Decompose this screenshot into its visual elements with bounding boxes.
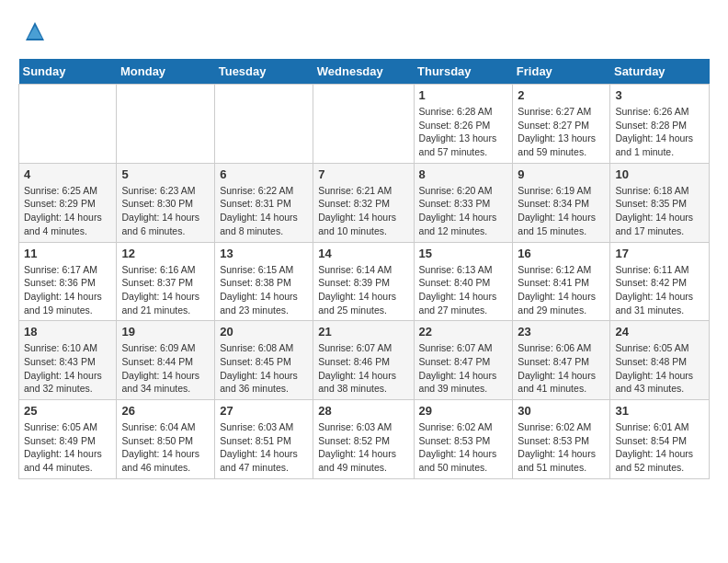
day-number: 26 xyxy=(121,404,210,418)
weekday-header-thursday: Thursday xyxy=(414,59,513,85)
calendar-table: SundayMondayTuesdayWednesdayThursdayFrid… xyxy=(18,59,710,479)
svg-marker-1 xyxy=(28,26,42,39)
day-number: 23 xyxy=(518,325,605,339)
day-info: Sunrise: 6:23 AM Sunset: 8:30 PM Dayligh… xyxy=(121,184,210,238)
calendar-cell: 28Sunrise: 6:03 AM Sunset: 8:52 PM Dayli… xyxy=(313,400,414,479)
day-info: Sunrise: 6:07 AM Sunset: 8:46 PM Dayligh… xyxy=(318,341,408,396)
day-info: Sunrise: 6:03 AM Sunset: 8:51 PM Dayligh… xyxy=(220,420,308,475)
calendar-cell: 8Sunrise: 6:20 AM Sunset: 8:33 PM Daylig… xyxy=(414,163,513,242)
day-number: 27 xyxy=(220,404,308,418)
logo-icon xyxy=(22,18,48,44)
day-info: Sunrise: 6:02 AM Sunset: 8:53 PM Dayligh… xyxy=(518,420,605,475)
day-info: Sunrise: 6:16 AM Sunset: 8:37 PM Dayligh… xyxy=(121,263,210,317)
logo xyxy=(18,18,48,44)
weekday-header-saturday: Saturday xyxy=(610,59,710,85)
calendar-cell: 19Sunrise: 6:09 AM Sunset: 8:44 PM Dayli… xyxy=(117,321,215,400)
calendar-cell: 1Sunrise: 6:28 AM Sunset: 8:26 PM Daylig… xyxy=(414,85,513,164)
day-info: Sunrise: 6:22 AM Sunset: 8:31 PM Dayligh… xyxy=(220,184,308,238)
calendar-cell: 11Sunrise: 6:17 AM Sunset: 8:36 PM Dayli… xyxy=(19,242,117,321)
weekday-header-friday: Friday xyxy=(513,59,610,85)
day-number: 10 xyxy=(615,167,704,181)
day-info: Sunrise: 6:02 AM Sunset: 8:53 PM Dayligh… xyxy=(419,420,508,475)
calendar-cell: 7Sunrise: 6:21 AM Sunset: 8:32 PM Daylig… xyxy=(313,163,414,242)
calendar-cell: 18Sunrise: 6:10 AM Sunset: 8:43 PM Dayli… xyxy=(19,321,117,400)
day-number: 29 xyxy=(419,404,508,418)
day-info: Sunrise: 6:19 AM Sunset: 8:34 PM Dayligh… xyxy=(518,184,605,238)
weekday-header-tuesday: Tuesday xyxy=(215,59,313,85)
calendar-cell: 5Sunrise: 6:23 AM Sunset: 8:30 PM Daylig… xyxy=(117,163,215,242)
calendar-cell: 25Sunrise: 6:05 AM Sunset: 8:49 PM Dayli… xyxy=(19,400,117,479)
calendar-week-2: 4Sunrise: 6:25 AM Sunset: 8:29 PM Daylig… xyxy=(19,163,710,242)
day-info: Sunrise: 6:17 AM Sunset: 8:36 PM Dayligh… xyxy=(24,263,111,317)
day-info: Sunrise: 6:04 AM Sunset: 8:50 PM Dayligh… xyxy=(121,420,210,475)
day-number: 2 xyxy=(518,88,605,102)
calendar-cell xyxy=(117,85,215,164)
day-info: Sunrise: 6:27 AM Sunset: 8:27 PM Dayligh… xyxy=(518,105,605,159)
calendar-cell: 22Sunrise: 6:07 AM Sunset: 8:47 PM Dayli… xyxy=(414,321,513,400)
day-info: Sunrise: 6:06 AM Sunset: 8:47 PM Dayligh… xyxy=(518,341,605,396)
day-number: 1 xyxy=(419,88,508,102)
day-info: Sunrise: 6:18 AM Sunset: 8:35 PM Dayligh… xyxy=(615,184,704,238)
day-info: Sunrise: 6:01 AM Sunset: 8:54 PM Dayligh… xyxy=(615,420,704,475)
day-number: 8 xyxy=(419,167,508,181)
day-info: Sunrise: 6:09 AM Sunset: 8:44 PM Dayligh… xyxy=(121,341,210,396)
calendar-cell: 31Sunrise: 6:01 AM Sunset: 8:54 PM Dayli… xyxy=(610,400,710,479)
day-number: 25 xyxy=(24,404,111,418)
calendar-cell: 15Sunrise: 6:13 AM Sunset: 8:40 PM Dayli… xyxy=(414,242,513,321)
calendar-cell: 24Sunrise: 6:05 AM Sunset: 8:48 PM Dayli… xyxy=(610,321,710,400)
calendar-header-row: SundayMondayTuesdayWednesdayThursdayFrid… xyxy=(19,59,710,85)
calendar-cell xyxy=(215,85,313,164)
calendar-cell: 2Sunrise: 6:27 AM Sunset: 8:27 PM Daylig… xyxy=(513,85,610,164)
calendar-cell: 20Sunrise: 6:08 AM Sunset: 8:45 PM Dayli… xyxy=(215,321,313,400)
calendar-cell: 3Sunrise: 6:26 AM Sunset: 8:28 PM Daylig… xyxy=(610,85,710,164)
day-number: 16 xyxy=(518,247,605,260)
day-number: 3 xyxy=(615,88,704,102)
calendar-cell: 12Sunrise: 6:16 AM Sunset: 8:37 PM Dayli… xyxy=(117,242,215,321)
calendar-cell: 14Sunrise: 6:14 AM Sunset: 8:39 PM Dayli… xyxy=(313,242,414,321)
calendar-cell: 29Sunrise: 6:02 AM Sunset: 8:53 PM Dayli… xyxy=(414,400,513,479)
day-number: 14 xyxy=(318,247,408,260)
day-number: 18 xyxy=(24,325,111,339)
calendar-week-5: 25Sunrise: 6:05 AM Sunset: 8:49 PM Dayli… xyxy=(19,400,710,479)
day-number: 17 xyxy=(615,247,704,260)
day-info: Sunrise: 6:25 AM Sunset: 8:29 PM Dayligh… xyxy=(24,184,111,238)
day-number: 13 xyxy=(220,247,308,260)
calendar-cell: 30Sunrise: 6:02 AM Sunset: 8:53 PM Dayli… xyxy=(513,400,610,479)
day-info: Sunrise: 6:12 AM Sunset: 8:41 PM Dayligh… xyxy=(518,263,605,317)
day-info: Sunrise: 6:26 AM Sunset: 8:28 PM Dayligh… xyxy=(615,105,704,159)
day-number: 12 xyxy=(121,247,210,260)
calendar-week-4: 18Sunrise: 6:10 AM Sunset: 8:43 PM Dayli… xyxy=(19,321,710,400)
day-number: 5 xyxy=(121,167,210,181)
weekday-header-wednesday: Wednesday xyxy=(313,59,414,85)
calendar-cell: 13Sunrise: 6:15 AM Sunset: 8:38 PM Dayli… xyxy=(215,242,313,321)
day-info: Sunrise: 6:05 AM Sunset: 8:48 PM Dayligh… xyxy=(615,341,704,396)
day-info: Sunrise: 6:11 AM Sunset: 8:42 PM Dayligh… xyxy=(615,263,704,317)
day-number: 11 xyxy=(24,247,111,260)
day-info: Sunrise: 6:05 AM Sunset: 8:49 PM Dayligh… xyxy=(24,420,111,475)
day-info: Sunrise: 6:21 AM Sunset: 8:32 PM Dayligh… xyxy=(318,184,408,238)
calendar-week-1: 1Sunrise: 6:28 AM Sunset: 8:26 PM Daylig… xyxy=(19,85,710,164)
day-info: Sunrise: 6:07 AM Sunset: 8:47 PM Dayligh… xyxy=(419,341,508,396)
day-number: 15 xyxy=(419,247,508,260)
day-number: 19 xyxy=(121,325,210,339)
calendar-cell: 17Sunrise: 6:11 AM Sunset: 8:42 PM Dayli… xyxy=(610,242,710,321)
day-number: 9 xyxy=(518,167,605,181)
calendar-cell: 9Sunrise: 6:19 AM Sunset: 8:34 PM Daylig… xyxy=(513,163,610,242)
weekday-header-monday: Monday xyxy=(117,59,215,85)
day-number: 21 xyxy=(318,325,408,339)
calendar-cell xyxy=(313,85,414,164)
calendar-cell: 27Sunrise: 6:03 AM Sunset: 8:51 PM Dayli… xyxy=(215,400,313,479)
weekday-header-sunday: Sunday xyxy=(19,59,117,85)
day-info: Sunrise: 6:15 AM Sunset: 8:38 PM Dayligh… xyxy=(220,263,308,317)
day-number: 6 xyxy=(220,167,308,181)
day-info: Sunrise: 6:10 AM Sunset: 8:43 PM Dayligh… xyxy=(24,341,111,396)
day-number: 31 xyxy=(615,404,704,418)
day-info: Sunrise: 6:13 AM Sunset: 8:40 PM Dayligh… xyxy=(419,263,508,317)
calendar-cell xyxy=(19,85,117,164)
calendar-week-3: 11Sunrise: 6:17 AM Sunset: 8:36 PM Dayli… xyxy=(19,242,710,321)
calendar-cell: 16Sunrise: 6:12 AM Sunset: 8:41 PM Dayli… xyxy=(513,242,610,321)
day-number: 22 xyxy=(419,325,508,339)
page-header xyxy=(18,18,710,44)
day-number: 24 xyxy=(615,325,704,339)
day-info: Sunrise: 6:28 AM Sunset: 8:26 PM Dayligh… xyxy=(419,105,508,159)
